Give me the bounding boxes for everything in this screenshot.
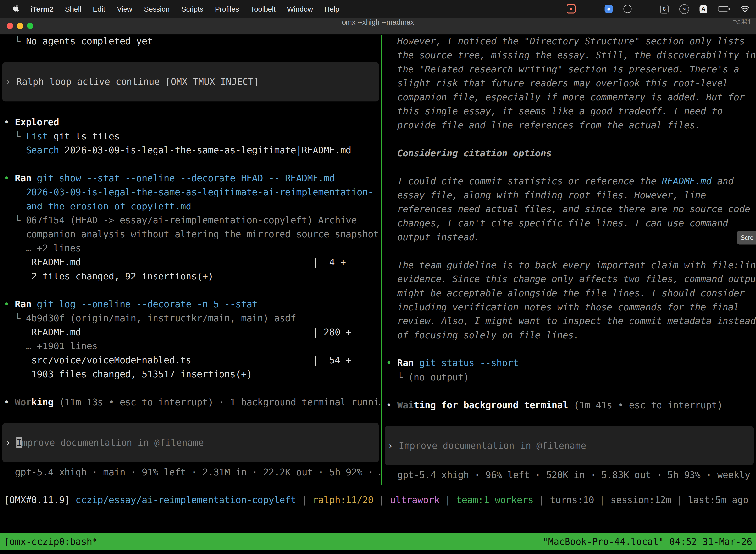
dark-circle-app-icon[interactable] bbox=[623, 5, 631, 13]
terminal-line bbox=[0, 157, 381, 171]
session-stats-right: gpt-5.4 xhigh · 96% left · 520K in · 5.8… bbox=[382, 468, 756, 482]
terminal-line bbox=[382, 160, 756, 174]
tmux-status-bar: [omx-cczip0:bash* "MacBook-Pro-44.local"… bbox=[0, 533, 756, 550]
prompt-input-right[interactable]: › Improve documentation in @filename bbox=[385, 426, 754, 465]
ghost-text: Improve documentation in @filename bbox=[398, 440, 586, 451]
terminal-line bbox=[0, 381, 381, 395]
window-title: omx --xhigh --madmax bbox=[0, 18, 756, 34]
terminal-line: The team guideline is to back every impo… bbox=[382, 258, 756, 272]
terminal-line: └ List git ls-files bbox=[0, 129, 381, 143]
terminal-line: [OMX#0.11.9] cczip/essay/ai-reimplementa… bbox=[0, 493, 756, 507]
terminal-line: the source tree, missing the essay. Stil… bbox=[382, 48, 756, 62]
terminal-line: └ 067f154 (HEAD -> essay/ai-reimplementa… bbox=[0, 213, 381, 227]
terminal-line: this single essay, it seems like a good … bbox=[382, 104, 756, 118]
left-scrollback-top: └ No agents completed yet bbox=[0, 34, 381, 62]
terminal-line: README.md | 280 + bbox=[0, 325, 381, 339]
terminal-line: However, I noticed the "Directory Struct… bbox=[382, 34, 756, 48]
terminal-line: review. Also, I might want to inspect th… bbox=[382, 314, 756, 328]
terminal-line: • Explored bbox=[0, 115, 381, 129]
prompt-input-left[interactable]: › Improve documentation in @filename bbox=[2, 423, 379, 462]
ralph-loop-banner: › Ralph loop active continue [OMX_TMUX_I… bbox=[2, 62, 379, 101]
screen-overlay-tab[interactable]: Scre bbox=[737, 231, 756, 244]
banner-prompt: › bbox=[5, 76, 16, 87]
banner-text: Ralph loop active continue [OMX_TMUX_INJ… bbox=[16, 76, 259, 87]
terminal-panes: └ No agents completed yet › Ralph loop a… bbox=[0, 34, 756, 486]
prompt-input-right-line[interactable]: › Improve documentation in @filename bbox=[385, 439, 754, 452]
grid-app-icon[interactable] bbox=[586, 5, 594, 13]
terminal-line bbox=[382, 412, 756, 426]
key-8-icon[interactable]: 8 bbox=[660, 4, 669, 13]
prompt-input-left-line[interactable]: › Improve documentation in @filename bbox=[2, 436, 379, 449]
menu-item-toolbelt[interactable]: Toolbelt bbox=[245, 5, 281, 13]
circle-61-icon[interactable]: .61 bbox=[679, 4, 689, 14]
terminal-line: provide file and line references from th… bbox=[382, 118, 756, 132]
terminal-line: • Ran git show --stat --oneline --decora… bbox=[0, 171, 381, 185]
prompt-chevron: › bbox=[388, 440, 398, 451]
battery-icon[interactable] bbox=[718, 6, 730, 11]
terminal-line: companion file, especially if more comme… bbox=[382, 90, 756, 104]
menu-item-iterm2[interactable]: iTerm2 bbox=[24, 5, 59, 13]
terminal-line: └ (no output) bbox=[382, 370, 756, 384]
terminal-line: • Working (11m 13s • esc to interrupt) ·… bbox=[0, 395, 381, 409]
terminal-line: including verification notes with those … bbox=[382, 300, 756, 314]
window-shortcut-badge: ⌥⌘1 bbox=[733, 18, 751, 34]
terminal-line: I could cite commit statistics or refere… bbox=[382, 174, 756, 188]
prompt-chevron: › bbox=[5, 437, 16, 448]
menu-bar-status-icons: 8 .61 A bbox=[567, 4, 756, 14]
menu-bar-left: iTerm2 Shell Edit View Session Scripts P… bbox=[0, 5, 345, 13]
right-scrollback: However, I noticed the "Directory Struct… bbox=[382, 34, 756, 426]
terminal-line: └ 4b9d30f (origin/main, instructkr/main,… bbox=[0, 311, 381, 325]
ralph-loop-line: › Ralph loop active continue [OMX_TMUX_I… bbox=[2, 75, 379, 89]
pane-divider[interactable] bbox=[381, 34, 382, 486]
terminal-line bbox=[382, 244, 756, 258]
menu-item-shell[interactable]: Shell bbox=[59, 5, 87, 13]
terminal-line bbox=[382, 132, 756, 146]
apple-menu[interactable] bbox=[0, 5, 24, 13]
blue-app-icon[interactable] bbox=[605, 5, 613, 13]
dots-grid-icon[interactable] bbox=[642, 5, 649, 12]
omx-status-bar: [OMX#0.11.9] cczip/essay/ai-reimplementa… bbox=[0, 493, 756, 507]
terminal-line: output instead. bbox=[382, 230, 756, 244]
terminal-line: └ No agents completed yet bbox=[0, 34, 381, 48]
terminal-line: evidence. Since this change only affects… bbox=[382, 272, 756, 286]
terminal-line: • Waiting for background terminal (1m 41… bbox=[382, 398, 756, 412]
menu-item-view[interactable]: View bbox=[111, 5, 138, 13]
screen-recording-icon[interactable] bbox=[567, 4, 576, 13]
terminal-line bbox=[0, 101, 381, 115]
terminal-line: companion analysis without altering the … bbox=[0, 227, 381, 241]
terminal-line: • Ran git status --short bbox=[382, 356, 756, 370]
wifi-icon[interactable] bbox=[741, 6, 749, 12]
terminal-line: src/voice/voiceModeEnabled.ts | 54 + bbox=[0, 353, 381, 367]
terminal-line: and-the-erosion-of-copyleft.md bbox=[0, 199, 381, 213]
menu-item-scripts[interactable]: Scripts bbox=[175, 5, 209, 13]
terminal-line: 1903 files changed, 513517 insertions(+) bbox=[0, 367, 381, 381]
tmux-session-window: [omx-cczip0:bash* bbox=[4, 533, 98, 550]
menu-item-profiles[interactable]: Profiles bbox=[209, 5, 245, 13]
terminal-line: • Ran git log --oneline --decorate -n 5 … bbox=[0, 297, 381, 311]
terminal-line: the "Related research writing" section i… bbox=[382, 62, 756, 76]
terminal-line: of focusing solely on file lines. bbox=[382, 328, 756, 342]
screen: iTerm2 Shell Edit View Session Scripts P… bbox=[0, 0, 756, 554]
menu-item-session[interactable]: Session bbox=[138, 5, 175, 13]
macos-menu-bar: iTerm2 Shell Edit View Session Scripts P… bbox=[0, 0, 756, 18]
terminal-line bbox=[0, 48, 381, 62]
terminal-line: … +1901 lines bbox=[0, 339, 381, 353]
ghost-text: mprove documentation in @filename bbox=[22, 437, 204, 448]
terminal-line: README.md | 4 + bbox=[0, 255, 381, 269]
terminal-line: references need actual files, and since … bbox=[382, 202, 756, 216]
window-title-bar: omx --xhigh --madmax ⌥⌘1 bbox=[0, 18, 756, 35]
terminal-line: slight risk that future readers may over… bbox=[382, 76, 756, 90]
terminal-line: 2 files changed, 92 insertions(+) bbox=[0, 269, 381, 283]
menu-item-edit[interactable]: Edit bbox=[87, 5, 111, 13]
right-pane[interactable]: However, I noticed the "Directory Struct… bbox=[382, 34, 756, 486]
menu-item-window[interactable]: Window bbox=[281, 5, 318, 13]
input-source-icon[interactable]: A bbox=[700, 5, 707, 13]
terminal-line: changes, I can't cite specific file line… bbox=[382, 216, 756, 230]
menu-item-help[interactable]: Help bbox=[319, 5, 345, 13]
text-cursor: I bbox=[16, 437, 22, 448]
terminal-line: Search 2026-03-09-is-legal-the-same-as-l… bbox=[0, 143, 381, 157]
terminal-line: might be acceptable alongside the file l… bbox=[382, 286, 756, 300]
left-scrollback-body: • Explored └ List git ls-files Search 20… bbox=[0, 101, 381, 423]
terminal-line: 2026-03-09-is-legal-the-same-as-legitima… bbox=[0, 185, 381, 199]
left-pane[interactable]: └ No agents completed yet › Ralph loop a… bbox=[0, 34, 381, 486]
